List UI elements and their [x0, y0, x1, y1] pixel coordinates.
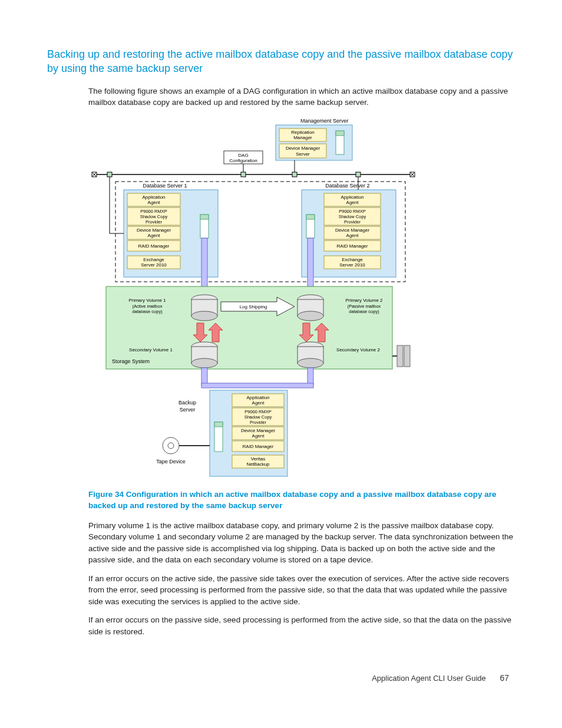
svg-rect-99: [404, 345, 410, 367]
svg-point-74: [191, 311, 217, 321]
svg-rect-98: [397, 345, 403, 367]
svg-text:Server 2010: Server 2010: [339, 262, 365, 268]
paragraph-2: If an error occurs on the active side, t…: [47, 573, 515, 608]
svg-text:Storage System: Storage System: [112, 358, 150, 364]
svg-rect-23: [356, 172, 361, 177]
svg-text:Database Server 1: Database Server 1: [143, 183, 187, 189]
page-footer: Application Agent CLI User Guide 67: [47, 673, 515, 683]
svg-point-92: [191, 358, 217, 368]
svg-text:Veritas: Veritas: [251, 456, 265, 462]
svg-text:Device Manager: Device Manager: [241, 428, 276, 433]
paragraph-3: If an error occurs on the passive side, …: [47, 614, 515, 637]
svg-rect-66: [306, 215, 315, 219]
svg-text:Shadow Copy: Shadow Copy: [140, 214, 168, 219]
svg-point-125: [168, 443, 174, 449]
svg-text:Primary Volume 2: Primary Volume 2: [345, 298, 383, 303]
svg-text:Server 2010: Server 2010: [141, 262, 167, 268]
svg-text:Shadow Copy: Shadow Copy: [244, 414, 272, 420]
svg-text:Agent: Agent: [252, 433, 265, 439]
svg-text:DAG: DAG: [238, 153, 248, 158]
svg-text:Configuration: Configuration: [229, 158, 257, 163]
intro-paragraph: The following figure shows an example of…: [47, 85, 515, 108]
svg-point-80: [297, 311, 323, 321]
svg-text:Device Manager: Device Manager: [137, 228, 171, 233]
svg-rect-45: [200, 215, 209, 219]
svg-text:Server: Server: [180, 407, 196, 413]
paragraph-1: Primary volume 1 is the active mailbox d…: [47, 520, 515, 566]
svg-text:(Passive mailbox: (Passive mailbox: [348, 304, 381, 309]
svg-point-96: [297, 358, 323, 368]
svg-text:NetBackup: NetBackup: [246, 462, 270, 467]
svg-text:Agent: Agent: [148, 233, 161, 238]
svg-text:Server: Server: [296, 151, 310, 157]
footer-page-number: 67: [500, 673, 509, 683]
svg-text:Manager: Manager: [293, 135, 312, 140]
svg-text:Application: Application: [246, 395, 269, 400]
svg-rect-9: [336, 131, 344, 136]
svg-text:database copy): database copy): [132, 309, 163, 314]
svg-text:Exchange: Exchange: [143, 257, 164, 262]
svg-text:Tape Device: Tape Device: [156, 459, 186, 465]
svg-rect-123: [214, 422, 223, 427]
svg-text:Provider: Provider: [250, 420, 266, 425]
svg-text:Application: Application: [142, 195, 165, 200]
svg-text:Device Manager: Device Manager: [286, 146, 320, 151]
svg-text:P9000 RMXP: P9000 RMXP: [339, 209, 365, 214]
svg-text:Device Manager: Device Manager: [335, 228, 370, 233]
svg-text:Backup: Backup: [178, 400, 196, 406]
svg-text:Replication: Replication: [291, 130, 315, 135]
svg-text:P9000 RMXP: P9000 RMXP: [140, 209, 167, 214]
svg-text:Secondary Volume 1: Secondary Volume 1: [129, 347, 173, 353]
svg-text:Agent: Agent: [346, 233, 359, 238]
svg-text:Shadow Copy: Shadow Copy: [339, 214, 366, 219]
svg-text:Agent: Agent: [148, 200, 161, 205]
svg-text:Agent: Agent: [346, 200, 359, 205]
svg-text:Primary Volume 1: Primary Volume 1: [128, 298, 166, 303]
svg-text:RAID Manager: RAID Manager: [243, 444, 274, 449]
figure-caption: Figure 34 Configuration in which an acti…: [47, 489, 515, 512]
footer-doc-title: Application Agent CLI User Guide: [372, 674, 486, 683]
section-heading: Backing up and restoring the active mail…: [47, 47, 515, 76]
svg-text:RAID Manager: RAID Manager: [138, 243, 170, 249]
svg-rect-20: [107, 172, 112, 177]
svg-text:Agent: Agent: [252, 400, 265, 406]
svg-rect-21: [241, 172, 246, 177]
label-management-server: Management Server: [300, 118, 349, 124]
figure-diagram: Management Server Replication Manager De…: [88, 116, 515, 483]
svg-text:Exchange: Exchange: [342, 257, 363, 262]
svg-text:Provider: Provider: [146, 219, 162, 225]
svg-text:Provider: Provider: [344, 219, 361, 225]
svg-text:Secondary Volume 2: Secondary Volume 2: [336, 347, 380, 353]
svg-text:Log Shipping: Log Shipping: [240, 304, 267, 309]
svg-rect-22: [292, 172, 297, 177]
svg-text:RAID Manager: RAID Manager: [337, 243, 368, 249]
svg-text:Database Server 2: Database Server 2: [325, 183, 369, 189]
svg-text:P9000 RMXP: P9000 RMXP: [244, 409, 271, 414]
svg-text:database copy): database copy): [349, 309, 379, 314]
svg-text:Application: Application: [340, 195, 363, 200]
svg-rect-103: [201, 383, 313, 388]
svg-text:(Active mailbox: (Active mailbox: [133, 304, 163, 309]
